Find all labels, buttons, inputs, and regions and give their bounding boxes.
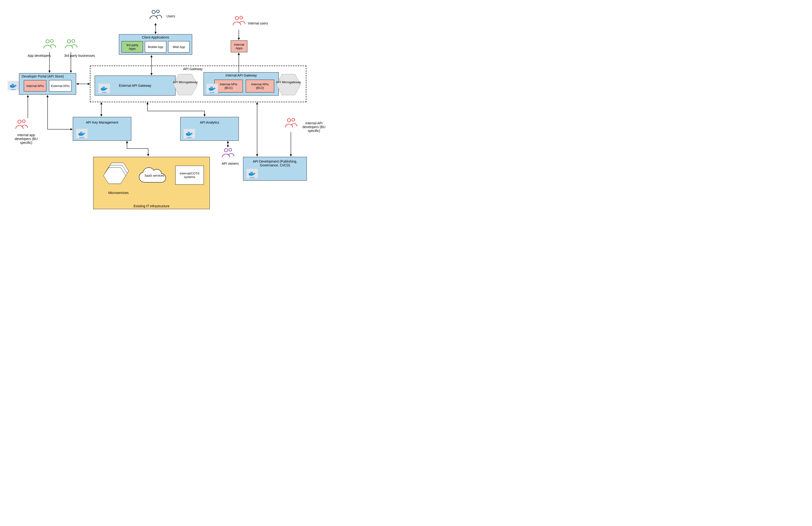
svg-marker-36 [173, 74, 198, 95]
svg-rect-52 [189, 132, 190, 133]
internal-app-devs-label: Internal app developers (BU specific) [12, 133, 41, 145]
saas-cloud: SaaS services [138, 166, 171, 187]
client-apps-title: Client Applications [119, 34, 192, 40]
developer-portal-box: Developer Portal (API Store) Internal AP… [19, 73, 76, 95]
dev-portal-title: Developer Portal (API Store) [19, 73, 76, 79]
svg-rect-57 [252, 172, 252, 173]
docker-icon: docker [99, 84, 110, 93]
web-app: Web App [168, 41, 190, 52]
svg-point-24 [287, 119, 291, 122]
existing-infrastructure: Microservices SaaS services Internal/COT… [93, 157, 210, 209]
svg-point-16 [46, 40, 49, 43]
third-party-apps: 3rd party Apps [121, 41, 143, 52]
svg-point-25 [292, 118, 295, 121]
saas-label: SaaS services [138, 174, 171, 177]
api-microgateway-1: API Microgateway [172, 73, 198, 96]
internal-app-devs-icon [14, 119, 29, 130]
internal-api-devs-label: Internal API developers (BU specific) [300, 121, 328, 133]
microservices [101, 162, 132, 192]
cots-systems: Internal/COTS systems [175, 166, 204, 185]
architecture-diagram: Users Internal users App developers 3rd … [0, 0, 357, 231]
api-owners-icon [221, 147, 235, 159]
docker-icon: docker [206, 84, 218, 93]
svg-point-17 [50, 40, 53, 42]
analytics-label: API Analytics [200, 121, 219, 124]
svg-point-18 [67, 40, 71, 43]
docker-label: docker [249, 177, 255, 178]
svg-rect-40 [211, 87, 212, 88]
svg-rect-29 [12, 84, 13, 85]
docker-icon: docker [184, 129, 195, 138]
client-applications-box: Client Applications 3rd party Apps Mobil… [119, 34, 192, 55]
internal-apis: Internal APIs [24, 80, 46, 91]
app-developers-icon [42, 39, 57, 50]
users-icon [148, 9, 163, 20]
svg-point-15 [240, 16, 243, 19]
ext-gateway-label: External API Gateway [119, 84, 151, 88]
third-party-icon [64, 39, 78, 50]
microgateway-label: API Microgateway [172, 80, 198, 84]
internal-apis-bu2: Internal APIs (BU2) [246, 80, 274, 92]
microservices-label: Microservices [105, 191, 132, 195]
svg-point-20 [18, 120, 21, 123]
svg-point-14 [235, 16, 238, 20]
svg-rect-47 [81, 132, 82, 133]
docker-icon: docker [8, 81, 19, 90]
infra-title: Existing IT infrastructure [93, 204, 209, 208]
external-apis: External APIs [49, 80, 72, 91]
svg-rect-56 [250, 172, 251, 173]
users-label: Users [166, 14, 175, 18]
internal-users-icon [232, 15, 246, 27]
docker-label: docker [187, 137, 192, 138]
svg-rect-35 [104, 87, 105, 88]
svg-point-21 [23, 120, 25, 123]
docker-label: docker [79, 137, 84, 138]
internal-apis-bu1: Internal APIs (BU1) [214, 80, 243, 92]
svg-marker-42 [276, 74, 301, 95]
mobile-app: Mobile App [145, 41, 166, 52]
api-microgateway-2: API Microgateway [275, 73, 302, 96]
svg-rect-30 [13, 84, 14, 85]
svg-point-19 [72, 40, 75, 42]
docker-icon: docker [76, 129, 88, 138]
svg-point-22 [224, 149, 228, 152]
api-dev-label: API Development (Publishing, Governance,… [247, 160, 303, 167]
docker-label: docker [11, 89, 16, 90]
api-owners-label: API owners [218, 162, 242, 165]
internal-apps: Internal Apps [231, 41, 247, 52]
svg-rect-34 [102, 87, 103, 88]
docker-label: docker [209, 91, 215, 93]
app-developers-label: App developers [19, 54, 59, 58]
key-mgmt-label: API Key Management [86, 121, 118, 124]
third-party-label: 3rd party businesses [64, 54, 95, 58]
svg-point-12 [152, 10, 155, 14]
docker-icon: docker [246, 169, 258, 178]
svg-rect-41 [212, 87, 213, 88]
docker-label: docker [102, 91, 106, 93]
api-gateway-title: API Gateway [183, 67, 203, 71]
svg-point-23 [229, 148, 232, 151]
svg-point-13 [157, 10, 159, 13]
int-gateway-title: Internal API Gateway [204, 73, 278, 78]
internal-api-devs-icon [284, 117, 298, 129]
svg-rect-46 [80, 132, 81, 133]
internal-users-label: Internal users [248, 21, 268, 25]
svg-rect-51 [188, 132, 189, 133]
microgateway-label: API Microgateway [275, 80, 302, 84]
